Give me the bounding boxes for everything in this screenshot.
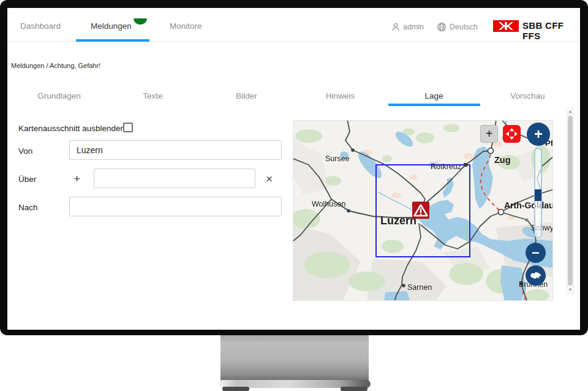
warning-icon[interactable]: [412, 202, 429, 219]
reset-extent-button[interactable]: [526, 265, 546, 286]
zoom-slider-handle[interactable]: [535, 189, 541, 201]
tab-bilder[interactable]: Bilder: [200, 86, 293, 106]
label-arth-goldau: Arth-Goldau: [504, 200, 553, 210]
map-extra-zoom-button[interactable]: +: [480, 125, 498, 143]
scrollbar-up-arrow[interactable]: ▲: [567, 108, 573, 115]
tab-lage-label: Lage: [424, 91, 443, 101]
stage: Dashboard Meldungen Monitore admin Deuts…: [0, 0, 588, 391]
tab-active-underline: [388, 104, 480, 106]
nav-item-meldungen[interactable]: Meldungen: [91, 21, 132, 31]
nav-item-monitore[interactable]: Monitore: [170, 21, 202, 31]
hide-map-label: Kartenausschnitt ausblenden: [18, 124, 125, 133]
label-wolhusen: Wolhusen: [312, 200, 345, 208]
nach-input[interactable]: [69, 197, 282, 216]
nav-active-underline: [76, 39, 149, 42]
screen: Dashboard Meldungen Monitore admin Deuts…: [7, 8, 580, 330]
user-menu[interactable]: admin: [403, 23, 424, 31]
label-sursee: Sursee: [325, 154, 350, 163]
von-input[interactable]: [69, 140, 282, 160]
ueber-input[interactable]: [94, 169, 255, 188]
monitor-foot-right: [341, 387, 368, 391]
scrollbar-down-arrow[interactable]: ▼: [567, 286, 573, 294]
hide-map-checkbox[interactable]: [123, 123, 133, 132]
page-scrollbar[interactable]: ▲ ▼: [567, 107, 574, 294]
label-luzern: Luzern: [380, 214, 417, 227]
breadcrumb: Meldungen / Achtung, Gefahr!: [11, 62, 100, 69]
map-pan-button[interactable]: [503, 125, 521, 143]
language-selector[interactable]: Deutsch: [450, 23, 478, 31]
monitor-stand: [221, 335, 369, 381]
nav-item-dashboard[interactable]: Dashboard: [20, 21, 61, 31]
pan-move-icon: [505, 127, 518, 140]
label-rotkreuz: Rotkreuz: [431, 162, 461, 171]
sbb-logo-text: SBB CFF FFS: [522, 20, 580, 41]
label-sarnen: Sarnen: [407, 283, 432, 292]
meldungen-badge-icon: [134, 18, 147, 25]
monitor-foot-left: [222, 387, 249, 391]
ueber-label: Über: [18, 175, 36, 184]
switzerland-icon: [530, 271, 541, 279]
map-canvas[interactable]: Sursee Wolhusen Rotkreuz Zug Luzern Arth…: [293, 120, 553, 301]
add-via-icon[interactable]: +: [74, 173, 80, 184]
von-label: Von: [18, 146, 32, 156]
tab-grundlagen[interactable]: Grundlagen: [12, 86, 106, 106]
tab-hinweis[interactable]: Hinweis: [293, 86, 387, 106]
map-svg: Sursee Wolhusen Rotkreuz Zug Luzern Arth…: [293, 121, 553, 301]
tab-vorschau[interactable]: Vorschau: [481, 86, 575, 106]
tab-bar: Grundlagen Texte Bilder Hinweis Lage Vor…: [12, 86, 575, 106]
scrollbar-thumb[interactable]: [568, 116, 573, 286]
zoom-in-button[interactable]: +: [527, 123, 550, 146]
tab-texte[interactable]: Texte: [106, 86, 200, 106]
clear-via-icon[interactable]: ×: [266, 173, 273, 184]
tab-lage[interactable]: Lage: [387, 86, 481, 106]
nach-label: Nach: [18, 203, 38, 212]
user-icon: [391, 22, 401, 32]
zoom-slider[interactable]: [534, 148, 542, 238]
zoom-out-button[interactable]: −: [526, 243, 546, 263]
sbb-logo-icon: [493, 20, 519, 32]
label-zug: Zug: [494, 155, 511, 165]
globe-icon: [437, 22, 447, 32]
top-nav: Dashboard Meldungen Monitore admin Deuts…: [7, 8, 580, 42]
